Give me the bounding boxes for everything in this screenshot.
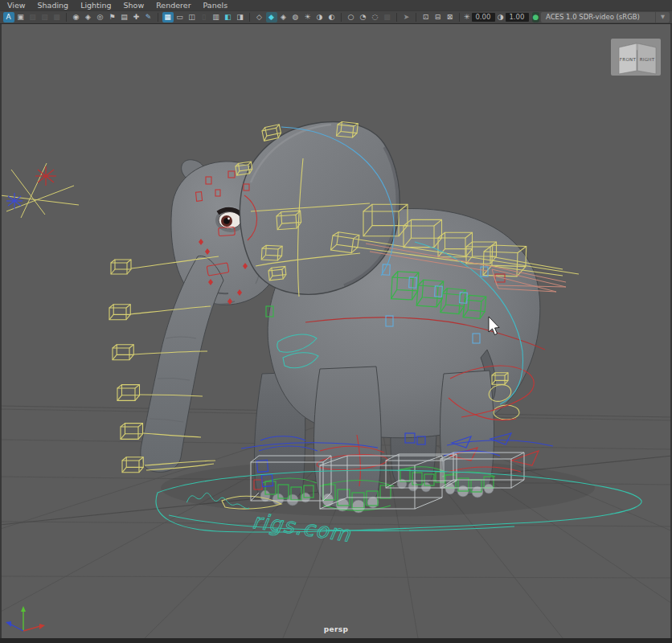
toolbar-separator	[66, 13, 67, 22]
bookmark-icon[interactable]: ⚑	[107, 12, 118, 23]
screen-space-ao-icon[interactable]: ◐	[326, 12, 338, 23]
colorspace-toggle-icon[interactable]: ●	[532, 12, 539, 23]
toolbar-separator	[416, 13, 416, 22]
use-default-material-icon[interactable]: ◍	[290, 12, 301, 23]
toolbar-separator	[249, 13, 250, 22]
grid-icon[interactable]: ▦	[162, 12, 174, 23]
rear-near-leg	[440, 371, 494, 494]
lighting-icon[interactable]: ☀	[302, 12, 313, 23]
image-plane-toggle-icon[interactable]: ⊡	[420, 12, 432, 23]
menu-show[interactable]: Show	[124, 0, 145, 10]
dropdown-caret-icon[interactable]: ▼	[655, 12, 670, 23]
image-plane-icon[interactable]: ▤	[119, 12, 130, 23]
panel-toolbar: A▣▨▧▩◉◈◎⚑▤✚✎▦▭◫▯▥◧◨◇◆◈◍☀◑◐○◔◌▩➤⊡⊟⊠ ✳ 0.0…	[0, 10, 672, 24]
view-cube-right-label: RIGHT	[640, 57, 655, 62]
bloom-icon: ▩	[51, 12, 63, 23]
camera-attributes-icon[interactable]: ◎	[95, 12, 106, 23]
gamma-field[interactable]: 1.00	[506, 13, 529, 22]
panel-bottom-border	[0, 638, 672, 643]
xray-joints-icon[interactable]: ◔	[358, 12, 369, 23]
toolbar-separator	[459, 13, 460, 22]
toolbar-separator	[341, 13, 342, 22]
smooth-shaded-icon[interactable]: ◆	[266, 12, 277, 23]
toolbar-separator	[158, 13, 158, 22]
shadows-icon[interactable]: ◑	[314, 12, 326, 23]
view-transform-dropdown[interactable]: ACES 1.0 SDR-video (sRGB) ▼	[541, 12, 670, 23]
toolbar-separator	[396, 13, 397, 22]
menu-renderer[interactable]: Renderer	[156, 0, 191, 10]
camera-name-label: persp	[2, 625, 670, 633]
motion-blur-toggle-icon: ▨	[27, 12, 39, 23]
view-cube[interactable]: FRONT RIGHT	[611, 39, 661, 76]
safe-title-icon[interactable]: ◨	[235, 12, 246, 23]
maya-viewport-panel: { "menubar": { "items": ["View", "Shadin…	[0, 0, 672, 643]
frame-view-icon[interactable]: ⊠	[445, 12, 456, 23]
gate-mask-icon: ▯	[199, 12, 210, 23]
contrast-icon[interactable]: ◑	[497, 12, 503, 23]
view-transform-value: ACES 1.0 SDR-video (sRGB)	[541, 12, 655, 23]
pan-zoom-icon[interactable]: ✚	[131, 12, 142, 23]
viewport-3d[interactable]: rigs.com FRONT RIGHT	[0, 24, 672, 638]
grease-pencil-icon[interactable]: ✎	[143, 12, 154, 23]
menu-view[interactable]: View	[7, 0, 26, 10]
panel-menubar: ViewShadingLightingShowRendererPanels	[0, 0, 672, 10]
ghost-icon[interactable]: ◌	[370, 12, 381, 23]
isolate-select-icon: ▩	[382, 12, 393, 23]
select-cursor-icon[interactable]: ➤	[401, 12, 412, 23]
exposure-field[interactable]: 0.00	[472, 13, 495, 22]
textured-icon[interactable]: ◈	[278, 12, 289, 23]
film-gate-icon[interactable]: ▭	[174, 12, 186, 23]
resolution-gate-icon[interactable]: ◫	[186, 12, 198, 23]
texture-view-icon[interactable]: ⊟	[432, 12, 444, 23]
toolbar-icon-groups: A▣▨▧▩◉◈◎⚑▤✚✎▦▭◫▯▥◧◨◇◆◈◍☀◑◐○◔◌▩➤⊡⊟⊠	[2, 12, 456, 23]
menu-shading[interactable]: Shading	[38, 0, 69, 10]
wireframe-icon[interactable]: ◇	[254, 12, 265, 23]
anti-aliasing-icon[interactable]: A	[3, 12, 14, 23]
depth-of-field-icon: ▧	[39, 12, 51, 23]
safe-action-icon[interactable]: ◧	[223, 12, 234, 23]
menu-lighting[interactable]: Lighting	[80, 0, 111, 10]
field-chart-icon[interactable]: ▥	[211, 12, 222, 23]
exposure-icon[interactable]: ✳	[464, 12, 470, 23]
view-cube-front-label: FRONT	[620, 57, 637, 62]
scene-canvas[interactable]: rigs.com FRONT RIGHT	[2, 24, 670, 638]
lock-camera-icon[interactable]: ◈	[83, 12, 94, 23]
menu-panels[interactable]: Panels	[203, 0, 228, 10]
xray-icon[interactable]: ○	[346, 12, 357, 23]
selection-highlight-icon[interactable]: ▣	[15, 12, 27, 23]
select-camera-icon[interactable]: ◉	[71, 12, 82, 23]
